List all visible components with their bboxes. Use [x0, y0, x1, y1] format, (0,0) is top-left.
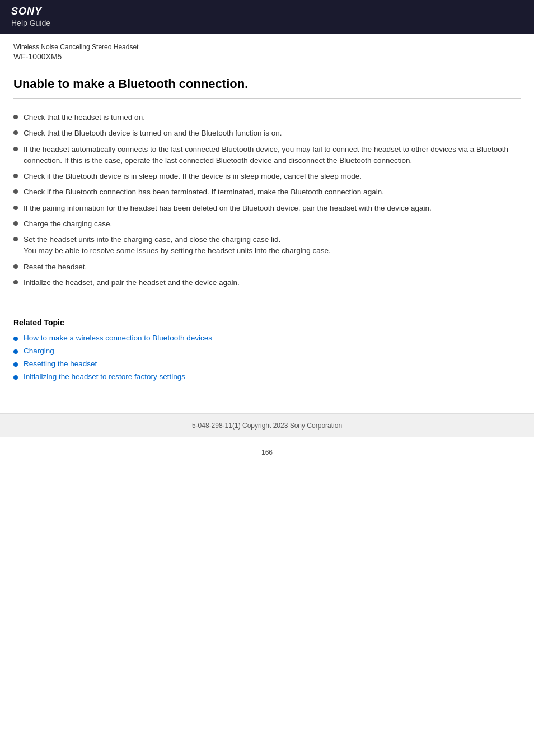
related-link[interactable]: Resetting the headset — [24, 360, 97, 368]
related-link-item: How to make a wireless connection to Blu… — [13, 334, 521, 342]
related-link[interactable]: How to make a wireless connection to Blu… — [24, 334, 212, 342]
guide-title: Help Guide — [11, 18, 523, 27]
page-header: SONY Help Guide — [0, 0, 534, 34]
bullet-dot-icon — [13, 237, 18, 241]
product-model: WF-1000XM5 — [13, 52, 521, 61]
bullet-text: Check that the Bluetooth device is turne… — [24, 128, 521, 139]
related-link[interactable]: Initializing the headset to restore fact… — [24, 372, 185, 381]
bullet-text: Reset the headset. — [24, 262, 521, 273]
related-link-item: Charging — [13, 347, 521, 355]
breadcrumb-line1: Wireless Noise Canceling Stereo Headset — [13, 43, 521, 51]
related-links-list: How to make a wireless connection to Blu… — [13, 334, 521, 381]
bullet-text: Initialize the headset, and pair the hea… — [24, 277, 521, 288]
main-bullet-item: Reset the headset. — [13, 262, 521, 273]
related-link[interactable]: Charging — [24, 347, 54, 355]
related-topic-title: Related Topic — [13, 318, 521, 327]
main-bullet-item: Charge the charging case. — [13, 218, 521, 230]
main-bullet-item: If the pairing information for the heads… — [13, 203, 521, 214]
bullet-text: If the pairing information for the heads… — [24, 203, 521, 214]
bullet-dot-icon — [13, 174, 18, 178]
bullet-dot-icon — [13, 206, 18, 210]
section-divider — [0, 309, 534, 309]
main-bullet-item: Check if the Bluetooth connection has be… — [13, 186, 521, 198]
bullet-dot-icon — [13, 221, 18, 226]
main-bullet-list: Check that the headset is turned on.Chec… — [13, 108, 521, 297]
bullet-dot-icon — [13, 115, 18, 119]
main-bullet-item: Set the headset units into the charging … — [13, 234, 521, 257]
bullet-text: If the headset automatically connects to… — [24, 144, 521, 167]
footer-text: 5-048-298-11(1) Copyright 2023 Sony Corp… — [192, 422, 342, 430]
related-link-item: Resetting the headset — [13, 360, 521, 368]
bullet-dot-icon — [13, 280, 18, 284]
related-bullet-dot-icon — [13, 375, 18, 380]
page-number: 166 — [0, 437, 534, 462]
related-bullet-dot-icon — [13, 337, 18, 341]
related-bullet-dot-icon — [13, 362, 18, 367]
related-topic-section: Related Topic How to make a wireless con… — [0, 318, 534, 396]
bullet-text: Set the headset units into the charging … — [24, 234, 521, 257]
page-title: Unable to make a Bluetooth connection. — [13, 77, 521, 99]
main-bullet-item: Check that the headset is turned on. — [13, 112, 521, 123]
main-bullet-item: Check if the Bluetooth device is in slee… — [13, 171, 521, 182]
bullet-text: Check if the Bluetooth connection has be… — [24, 186, 521, 198]
bullet-dot-icon — [13, 147, 18, 151]
bullet-text: Check if the Bluetooth device is in slee… — [24, 171, 521, 182]
related-link-item: Initializing the headset to restore fact… — [13, 372, 521, 381]
bullet-dot-icon — [13, 264, 18, 269]
main-bullet-item: If the headset automatically connects to… — [13, 144, 521, 167]
bullet-dot-icon — [13, 130, 18, 135]
main-bullet-item: Check that the Bluetooth device is turne… — [13, 128, 521, 139]
bullet-text: Charge the charging case. — [24, 218, 521, 230]
bullet-text: Check that the headset is turned on. — [24, 112, 521, 123]
sony-brand: SONY — [11, 6, 523, 17]
related-bullet-dot-icon — [13, 349, 18, 354]
main-content: Unable to make a Bluetooth connection. C… — [0, 66, 534, 297]
bullet-dot-icon — [13, 189, 18, 194]
page-footer: 5-048-298-11(1) Copyright 2023 Sony Corp… — [0, 413, 534, 437]
product-info: Wireless Noise Canceling Stereo Headset … — [0, 34, 534, 66]
main-bullet-item: Initialize the headset, and pair the hea… — [13, 277, 521, 288]
